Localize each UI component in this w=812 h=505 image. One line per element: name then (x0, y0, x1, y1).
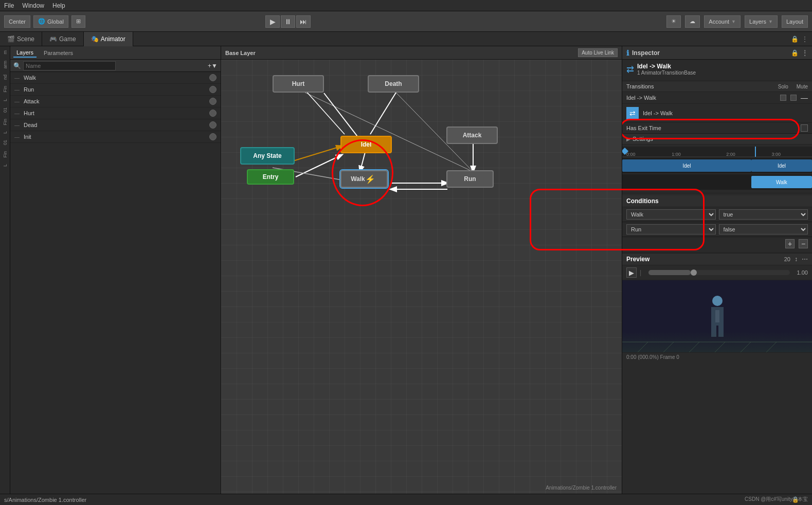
grid-button[interactable]: ⊞ (71, 15, 85, 28)
mini-label-2: arm (2, 59, 9, 71)
condition-actions: + − (622, 237, 812, 250)
param-init[interactable]: — Init (10, 131, 221, 143)
menu-item-help[interactable]: Help (52, 2, 65, 9)
node-idel[interactable]: Idel (340, 136, 392, 153)
node-death[interactable]: Death (368, 75, 419, 93)
tab-scene[interactable]: 🎬 Scene (0, 32, 42, 46)
condition-param-select-run[interactable]: Run (626, 224, 716, 235)
sun-button[interactable]: ☀ (666, 15, 681, 28)
condition-op-select-walk[interactable]: true (719, 209, 808, 220)
condition-row-walk: Walk true (622, 207, 812, 222)
transition-solo-checkbox[interactable] (780, 95, 786, 101)
timeline-track-idel: Idel Idel (622, 158, 812, 173)
has-exit-time-row: Has Exit Time (622, 123, 812, 134)
param-walk-toggle[interactable] (209, 74, 216, 81)
param-hurt[interactable]: — Hurt (10, 107, 221, 119)
inspector-panel: ℹ Inspector 🔒 ⋮ ⇄ Idel -> Walk 1 Animato… (622, 46, 812, 494)
param-attack-toggle[interactable] (209, 98, 216, 105)
svg-line-1 (370, 93, 396, 134)
inspector-icon: ℹ (626, 49, 629, 57)
layout-button[interactable]: Layout (782, 15, 808, 28)
param-run-toggle[interactable] (209, 86, 216, 93)
param-hurt-toggle[interactable] (209, 110, 216, 117)
condition-param-select-walk[interactable]: Walk (626, 209, 716, 220)
node-hurt[interactable]: Hurt (273, 75, 324, 93)
menu-item-window[interactable]: Window (22, 2, 44, 9)
param-init-toggle[interactable] (209, 133, 216, 140)
svg-line-2 (293, 146, 342, 161)
tab-layers[interactable]: Layers (13, 48, 37, 58)
svg-line-4 (360, 152, 365, 172)
node-entry[interactable]: Entry (247, 169, 294, 185)
play-controls: ▶ ⏸ ⏭ (265, 15, 311, 28)
animator-icon: 🎭 (91, 35, 99, 43)
has-exit-time-section: Has Exit Time (622, 123, 812, 134)
scene-icon: 🎬 (7, 35, 15, 43)
account-button[interactable]: Account ▼ (704, 15, 741, 28)
preview-play-button[interactable]: ▶ (626, 267, 637, 278)
main-layout: m arm nd Fin L 01 Fin L 01 Fin L Layers … (0, 46, 812, 494)
more-icon[interactable]: ⋮ (802, 35, 808, 43)
timeline-track-walk: Walk (622, 174, 812, 190)
menu-item-file[interactable]: File (4, 2, 14, 9)
mini-label-10: Fin (2, 149, 9, 160)
transition-mute-checkbox[interactable] (790, 95, 797, 101)
global-button[interactable]: 🌐 Global (33, 15, 68, 28)
settings-header[interactable]: ▶ Settings (622, 134, 812, 145)
tab-animator[interactable]: 🎭 Animator (84, 32, 133, 46)
more-options-icon[interactable]: ⋮ (802, 49, 808, 57)
walk-anim-indicator: ⚡ (365, 174, 375, 184)
toolbar-right: ☀ ☁ Account ▼ Layers ▼ Layout (666, 15, 808, 28)
transition-item-row[interactable]: Idel -> Walk — (622, 92, 812, 104)
add-condition-button[interactable]: + (785, 239, 795, 248)
ruler-mark-3: 3:00 (771, 152, 781, 157)
name-search-input[interactable] (23, 61, 116, 70)
svg-line-17 (741, 342, 751, 352)
conditions-section: Conditions Walk true Run false (622, 193, 812, 253)
tab-bar: 🎬 Scene 🎮 Game 🎭 Animator 🔒 ⋮ (0, 32, 812, 46)
auto-live-link-button[interactable]: Auto Live Link (578, 48, 618, 57)
condition-op-select-run[interactable]: false (719, 224, 808, 235)
node-attack[interactable]: Attack (446, 127, 498, 144)
animator-panel: Layers Parameters 🔍 +▼ — Walk — Run (10, 46, 221, 494)
layers-button[interactable]: Layers ▼ (745, 15, 778, 28)
mini-labels-strip: m arm nd Fin L 01 Fin L 01 Fin L (0, 46, 10, 494)
transition-remove-button[interactable]: — (801, 94, 808, 102)
param-run[interactable]: — Run (10, 84, 221, 96)
param-attack[interactable]: — Attack (10, 96, 221, 107)
transition-detail-section: ⇄ Idel -> Walk (622, 104, 812, 123)
play-button[interactable]: ▶ (265, 15, 280, 28)
pivot-button[interactable]: Center (4, 15, 30, 28)
add-param-button[interactable]: +▼ (208, 62, 218, 69)
has-exit-time-checkbox[interactable] (801, 124, 808, 132)
remove-condition-button[interactable]: − (799, 239, 808, 248)
layer-name-label: Base Layer (225, 50, 256, 56)
pause-button[interactable]: ⏸ (281, 15, 295, 28)
cloud-button[interactable]: ☁ (685, 15, 700, 28)
step-button[interactable]: ⏭ (296, 15, 311, 28)
svg-line-15 (689, 342, 699, 352)
transition-detail-icon: ⇄ (626, 107, 639, 119)
tab-game[interactable]: 🎮 Game (42, 32, 84, 46)
node-walk[interactable]: Walk ⚡ (340, 170, 388, 188)
preview-progress-handle[interactable] (691, 269, 697, 276)
param-walk[interactable]: — Walk (10, 72, 221, 84)
graph-canvas[interactable]: Hurt Death Attack Any State Idel Entry W… (221, 60, 622, 494)
param-dead[interactable]: — Dead (10, 119, 221, 131)
mini-label-3: nd (2, 73, 9, 82)
mini-label-11: L (2, 162, 9, 169)
node-anystate[interactable]: Any State (240, 147, 295, 165)
char-head (712, 296, 723, 306)
lock-icon[interactable]: 🔒 (791, 49, 799, 57)
account-dropdown-icon: ▼ (731, 19, 736, 24)
svg-line-9 (301, 85, 345, 134)
file-bar: s/Animations/Zombie 1.controller 🔒 ⋮ (0, 494, 812, 505)
tab-parameters[interactable]: Parameters (41, 49, 76, 57)
transition-title: Idel -> Walk (637, 63, 696, 70)
graph-toolbar: Base Layer Auto Live Link (221, 46, 622, 60)
preview-3d-viewport (622, 280, 812, 352)
preview-progress-bar[interactable] (648, 270, 789, 275)
node-run[interactable]: Run (446, 170, 494, 188)
preview-progress-fill (648, 270, 691, 275)
param-dead-toggle[interactable] (209, 121, 216, 129)
